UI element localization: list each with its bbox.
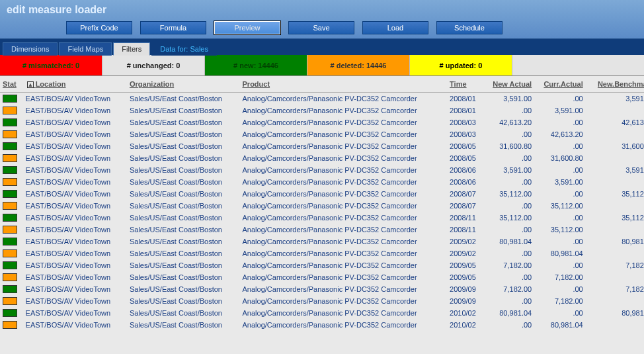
cell-location: EAST/BOS/AV VideoTown: [23, 259, 127, 271]
status-green-icon: [3, 261, 17, 269]
cell-new-actual: .00: [483, 105, 534, 116]
table-row[interactable]: EAST/BOS/AV VideoTownSales/US/East Coast…: [0, 271, 644, 283]
cell-stat: [0, 152, 23, 164]
cell-curr-actual: 80,981.04: [534, 319, 586, 331]
data-grid: Stat ▲ Location Organization Product Tim…: [0, 76, 644, 331]
table-row[interactable]: EAST/BOS/AV VideoTownSales/US/East Coast…: [0, 116, 644, 128]
status-green-icon: [3, 95, 17, 103]
status-orange-icon: [3, 297, 17, 305]
cell-time: 2008/06: [447, 176, 483, 188]
formula-button[interactable]: Formula: [140, 21, 206, 34]
table-row[interactable]: EAST/BOS/AV VideoTownSales/US/East Coast…: [0, 259, 644, 271]
data-grid-wrap[interactable]: Stat ▲ Location Organization Product Tim…: [0, 76, 644, 354]
cell-organization: Sales/US/East Coast/Boston: [127, 307, 240, 319]
cell-stat: [0, 128, 23, 140]
col-organization[interactable]: Organization: [127, 76, 240, 93]
table-row[interactable]: EAST/BOS/AV VideoTownSales/US/East Coast…: [0, 319, 644, 331]
tab-field-maps[interactable]: Field Maps: [59, 42, 112, 56]
cell-time: 2008/07: [447, 188, 483, 200]
cell-location: EAST/BOS/AV VideoTown: [23, 271, 127, 283]
cell-organization: Sales/US/East Coast/Boston: [127, 200, 240, 212]
col-time[interactable]: Time: [447, 76, 483, 93]
cell-new-actual: .00: [483, 295, 534, 307]
cell-location: EAST/BOS/AV VideoTown: [23, 152, 127, 164]
table-row[interactable]: EAST/BOS/AV VideoTownSales/US/East Coast…: [0, 105, 644, 116]
cell-time: 2009/05: [447, 271, 483, 283]
load-button[interactable]: Load: [362, 21, 428, 34]
cell-curr-actual: 35,112.00: [534, 200, 586, 212]
cell-curr-actual: .00: [534, 236, 586, 247]
table-row[interactable]: EAST/BOS/AV VideoTownSales/US/East Coast…: [0, 224, 644, 236]
col-stat[interactable]: Stat: [0, 76, 23, 93]
cell-location: EAST/BOS/AV VideoTown: [23, 116, 127, 128]
tab-dimensions[interactable]: Dimensions: [3, 42, 58, 56]
cell-time: 2009/02: [447, 236, 483, 247]
col-product[interactable]: Product: [240, 76, 448, 93]
cell-curr-actual: .00: [534, 164, 586, 176]
col-new-actual[interactable]: New Actual: [483, 76, 534, 93]
cell-new-benchmark: 35,112.00: [586, 212, 644, 224]
tab-filters[interactable]: Filters: [113, 42, 150, 56]
prefix-code-button[interactable]: Prefix Code: [66, 21, 132, 34]
cell-stat: [0, 212, 23, 224]
col-location-label: Location: [36, 80, 66, 88]
schedule-button[interactable]: Schedule: [436, 21, 503, 34]
cell-stat: [0, 247, 23, 259]
cell-location: EAST/BOS/AV VideoTown: [23, 212, 127, 224]
cell-organization: Sales/US/East Coast/Boston: [127, 105, 240, 116]
cell-curr-actual: 80,981.04: [534, 247, 586, 259]
cell-organization: Sales/US/East Coast/Boston: [127, 236, 240, 247]
cell-stat: [0, 116, 23, 128]
table-row[interactable]: EAST/BOS/AV VideoTownSales/US/East Coast…: [0, 295, 644, 307]
status-orange-icon: [3, 249, 17, 257]
status-row: # mismatched: 0 # unchanged: 0 # new: 14…: [0, 55, 644, 76]
table-row[interactable]: EAST/BOS/AV VideoTownSales/US/East Coast…: [0, 200, 644, 212]
col-new-benchmark[interactable]: New.Benchmark: [586, 76, 644, 93]
cell-stat: [0, 271, 23, 283]
cell-new-benchmark: .00: [586, 319, 644, 331]
col-location[interactable]: ▲ Location: [23, 76, 127, 93]
table-row[interactable]: EAST/BOS/AV VideoTownSales/US/East Coast…: [0, 247, 644, 259]
table-row[interactable]: EAST/BOS/AV VideoTownSales/US/East Coast…: [0, 93, 644, 105]
cell-stat: [0, 283, 23, 295]
table-row[interactable]: EAST/BOS/AV VideoTownSales/US/East Coast…: [0, 140, 644, 152]
cell-curr-actual: .00: [534, 116, 586, 128]
cell-organization: Sales/US/East Coast/Boston: [127, 283, 240, 295]
table-row[interactable]: EAST/BOS/AV VideoTownSales/US/East Coast…: [0, 283, 644, 295]
table-row[interactable]: EAST/BOS/AV VideoTownSales/US/East Coast…: [0, 164, 644, 176]
cell-curr-actual: .00: [534, 259, 586, 271]
cell-organization: Sales/US/East Coast/Boston: [127, 212, 240, 224]
table-row[interactable]: EAST/BOS/AV VideoTownSales/US/East Coast…: [0, 176, 644, 188]
col-curr-actual[interactable]: Curr.Actual: [534, 76, 586, 93]
table-row[interactable]: EAST/BOS/AV VideoTownSales/US/East Coast…: [0, 188, 644, 200]
toolbar: Prefix Code Formula Preview Save Load Sc…: [7, 16, 637, 38]
tab-data-for[interactable]: Data for: Sales: [151, 42, 217, 56]
status-green-icon: [3, 166, 17, 174]
cell-new-benchmark: 3,591.00: [586, 164, 644, 176]
table-row[interactable]: EAST/BOS/AV VideoTownSales/US/East Coast…: [0, 152, 644, 164]
cell-curr-actual: .00: [534, 93, 586, 105]
table-row[interactable]: EAST/BOS/AV VideoTownSales/US/East Coast…: [0, 212, 644, 224]
sort-asc-icon[interactable]: ▲: [27, 81, 34, 88]
cell-curr-actual: 3,591.00: [534, 105, 586, 116]
status-green-icon: [3, 190, 17, 198]
cell-new-actual: 7,182.00: [483, 283, 534, 295]
cell-new-actual: .00: [483, 224, 534, 236]
cell-time: 2008/03: [447, 116, 483, 128]
cell-organization: Sales/US/East Coast/Boston: [127, 295, 240, 307]
cell-organization: Sales/US/East Coast/Boston: [127, 259, 240, 271]
table-row[interactable]: EAST/BOS/AV VideoTownSales/US/East Coast…: [0, 128, 644, 140]
table-row[interactable]: EAST/BOS/AV VideoTownSales/US/East Coast…: [0, 236, 644, 247]
cell-organization: Sales/US/East Coast/Boston: [127, 176, 240, 188]
table-row[interactable]: EAST/BOS/AV VideoTownSales/US/East Coast…: [0, 307, 644, 319]
status-unchanged: # unchanged: 0: [102, 55, 205, 75]
cell-curr-actual: 3,591.00: [534, 176, 586, 188]
save-button[interactable]: Save: [288, 21, 354, 34]
cell-product: Analog/Camcorders/Panasonic PV-DC352 Cam…: [240, 224, 448, 236]
cell-stat: [0, 140, 23, 152]
cell-new-actual: 3,591.00: [483, 93, 534, 105]
cell-location: EAST/BOS/AV VideoTown: [23, 93, 127, 105]
preview-button[interactable]: Preview: [214, 21, 280, 34]
cell-time: 2008/01: [447, 105, 483, 116]
cell-location: EAST/BOS/AV VideoTown: [23, 295, 127, 307]
